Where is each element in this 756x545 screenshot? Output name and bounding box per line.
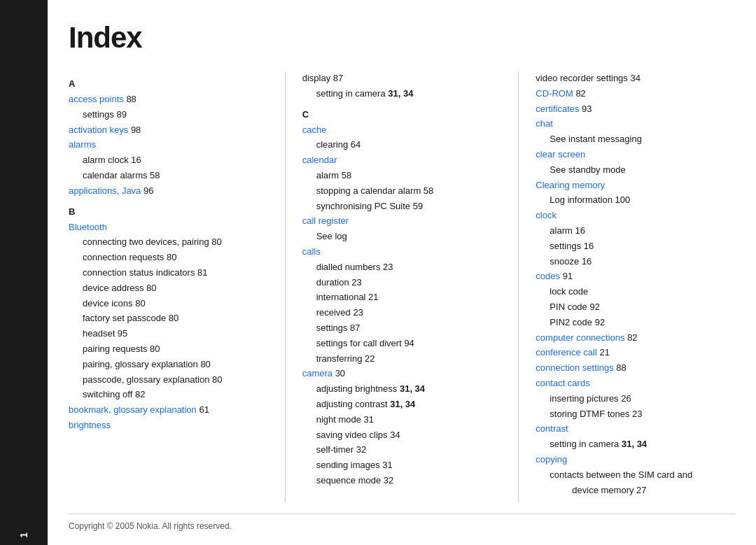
- section-a: A: [69, 78, 268, 89]
- link-alarms[interactable]: alarms: [69, 139, 96, 150]
- columns-wrapper: A access points 88 settings 89 activatio…: [69, 71, 735, 502]
- sub-clear-screen-see: See standby mode: [536, 163, 735, 178]
- page-title: Index: [69, 21, 735, 55]
- link-computer-connections[interactable]: computer connections: [536, 332, 624, 343]
- link-chat[interactable]: chat: [536, 118, 553, 129]
- sub-camera-sending: sending images 31: [302, 458, 502, 473]
- link-copying[interactable]: copying: [536, 454, 567, 465]
- sub-bt-connection-requests: connection requests 80: [69, 250, 268, 265]
- entry-bookmark: bookmark, glossary explanation 61: [69, 403, 268, 418]
- sub-calls-dialled: dialled numbers 23: [302, 260, 502, 275]
- entry-clear-screen: clear screen: [536, 148, 735, 162]
- entry-contrast: contrast: [536, 422, 735, 437]
- sub-camera-sequence: sequence mode 32: [302, 474, 502, 488]
- link-brightness[interactable]: brightness: [69, 420, 111, 430]
- sub-clock-snooze: snooze 16: [536, 255, 735, 269]
- sub-chat-see: See instant messaging: [536, 132, 735, 147]
- sub-bt-factory-passcode: factory set passcode 80: [69, 311, 268, 326]
- entry-connection-settings: connection settings 88: [536, 361, 735, 376]
- entry-copying: copying: [536, 453, 735, 467]
- sub-camera-selftimer: self-timer 32: [302, 443, 502, 458]
- sub-codes-pin: PIN code 92: [536, 300, 735, 315]
- divider-middle-right: [518, 71, 519, 502]
- sub-access-points-settings: settings 89: [69, 108, 268, 122]
- link-clearing-memory[interactable]: Clearing memory: [536, 180, 605, 190]
- sub-contact-cards-dtmf: storing DTMF tones 23: [536, 407, 735, 422]
- right-column: video recorder settings 34 CD-ROM 82 cer…: [536, 71, 735, 502]
- section-b: B: [69, 206, 268, 217]
- sub-alarm-clock: alarm clock 16: [69, 153, 268, 168]
- sub-calendar-stopping: stopping a calendar alarm 58: [302, 184, 502, 199]
- entry-conference-call: conference call 21: [536, 346, 735, 360]
- sub-bt-pairing-requests: pairing requests 80: [69, 342, 268, 357]
- sub-clearing-memory-log: Log information 100: [536, 193, 735, 208]
- link-cd-rom[interactable]: CD-ROM: [536, 88, 573, 99]
- entry-calls: calls: [302, 245, 502, 260]
- entry-brightness: brightness: [69, 418, 268, 433]
- entry-applications-java: applications, Java 96: [69, 184, 268, 199]
- sub-camera-night: night mode 31: [302, 413, 502, 427]
- link-contrast[interactable]: contrast: [536, 423, 568, 434]
- sub-bt-device-address: device address 80: [69, 281, 268, 296]
- sub-bt-connection-status: connection status indicators 81: [69, 266, 268, 281]
- link-clear-screen[interactable]: clear screen: [536, 149, 585, 160]
- link-activation-keys[interactable]: activation keys: [69, 125, 128, 135]
- sub-bt-switching-off: switching off 82: [69, 388, 268, 402]
- sub-calls-international: international 21: [302, 290, 502, 305]
- link-clock[interactable]: clock: [536, 210, 556, 220]
- sub-display-setting: setting in camera 31, 34: [302, 87, 502, 101]
- link-certificates[interactable]: certificates: [536, 104, 579, 114]
- left-column: A access points 88 settings 89 activatio…: [69, 71, 268, 502]
- sub-bt-connecting: connecting two devices, pairing 80: [69, 235, 268, 250]
- sub-calendar-alarms: calendar alarms 58: [69, 169, 268, 183]
- link-connection-settings[interactable]: connection settings: [536, 362, 613, 373]
- sub-bt-pairing-glossary: pairing, glossary explanation 80: [69, 358, 268, 372]
- sub-codes-pin2: PIN2 code 92: [536, 316, 735, 330]
- sub-codes-lock: lock code: [536, 285, 735, 299]
- sub-camera-contrast: adjusting contrast 31, 34: [302, 397, 502, 412]
- link-call-register[interactable]: call register: [302, 215, 349, 226]
- section-c: C: [302, 109, 502, 120]
- entry-chat: chat: [536, 117, 735, 132]
- sub-calls-divert: settings for call divert 94: [302, 337, 502, 351]
- link-calls[interactable]: calls: [302, 246, 321, 257]
- link-conference-call[interactable]: conference call: [536, 347, 596, 358]
- link-codes[interactable]: codes: [536, 271, 560, 281]
- sub-clock-alarm: alarm 16: [536, 224, 735, 239]
- sub-bt-device-icons: device icons 80: [69, 297, 268, 311]
- link-access-points[interactable]: access points: [69, 94, 124, 104]
- entry-access-points: access points 88: [69, 92, 268, 107]
- entry-call-register: call register: [302, 214, 502, 229]
- sub-clock-settings: settings 16: [536, 239, 735, 254]
- entry-cache: cache: [302, 123, 502, 138]
- sub-copying-device-memory: device memory 27: [536, 483, 735, 498]
- link-applications-java[interactable]: applications, Java: [69, 185, 141, 196]
- sub-bt-headset: headset 95: [69, 327, 268, 341]
- copyright-text: Copyright © 2005 Nokia. All rights reser…: [69, 521, 232, 531]
- entry-video-recorder-settings: video recorder settings 34: [536, 71, 735, 86]
- link-bluetooth[interactable]: Bluetooth: [69, 222, 107, 232]
- entry-clearing-memory: Clearing memory: [536, 178, 735, 193]
- link-cache[interactable]: cache: [302, 125, 327, 135]
- page-number: 1: [18, 532, 29, 538]
- footer: Copyright © 2005 Nokia. All rights reser…: [69, 514, 735, 531]
- entry-codes: codes 91: [536, 269, 735, 284]
- sub-calls-settings: settings 87: [302, 321, 502, 336]
- entry-camera: camera 30: [302, 367, 502, 381]
- link-calendar[interactable]: calendar: [302, 155, 337, 165]
- entry-alarms: alarms: [69, 138, 268, 153]
- spine: 1: [0, 0, 48, 545]
- sub-camera-video: saving video clips 34: [302, 428, 502, 443]
- entry-certificates: certificates 93: [536, 102, 735, 117]
- sub-calendar-synchronising: synchronising PC Suite 59: [302, 199, 502, 214]
- sub-call-register-see: See log: [302, 229, 502, 244]
- link-camera[interactable]: camera: [302, 368, 332, 378]
- link-contact-cards[interactable]: contact cards: [536, 378, 589, 388]
- sub-contrast-setting: setting in camera 31, 34: [536, 437, 735, 452]
- sub-bt-passcode-glossary: passcode, glossary explanation 80: [69, 373, 268, 388]
- entry-bluetooth: Bluetooth: [69, 220, 268, 235]
- link-bookmark[interactable]: bookmark, glossary explanation: [69, 404, 197, 415]
- entry-activation-keys: activation keys 98: [69, 123, 268, 138]
- sub-camera-brightness: adjusting brightness 31, 34: [302, 382, 502, 397]
- sub-copying-contacts: contacts between the SIM card and: [536, 468, 735, 483]
